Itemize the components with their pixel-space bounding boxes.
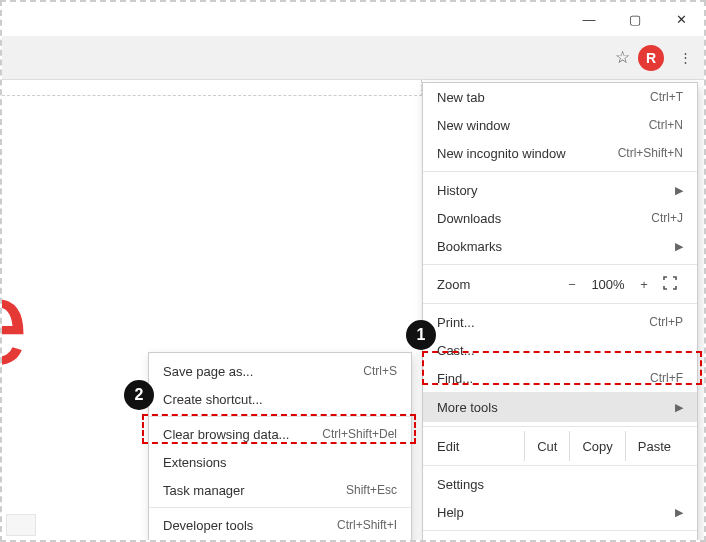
menu-label: More tools	[437, 400, 667, 415]
menu-shortcut: Ctrl+Shift+Del	[322, 427, 397, 441]
submenu-arrow-icon: ▶	[675, 184, 683, 197]
menu-item-zoom: Zoom − 100% +	[423, 269, 697, 299]
menu-label: Clear browsing data...	[163, 427, 322, 442]
menu-item-settings[interactable]: Settings	[423, 470, 697, 498]
menu-label: New incognito window	[437, 146, 618, 161]
tabstrip-edge	[2, 80, 422, 96]
edit-copy-button[interactable]: Copy	[569, 431, 624, 461]
menu-label: Save page as...	[163, 364, 363, 379]
menu-item-cast[interactable]: Cast...	[423, 336, 697, 364]
submenu-item-task-manager[interactable]: Task manager Shift+Esc	[149, 476, 411, 504]
fullscreen-icon[interactable]	[657, 276, 683, 293]
menu-item-bookmarks[interactable]: Bookmarks ▶	[423, 232, 697, 260]
menu-shortcut: Shift+Esc	[346, 483, 397, 497]
menu-label: Zoom	[437, 277, 559, 292]
submenu-item-clear-browsing-data[interactable]: Clear browsing data... Ctrl+Shift+Del	[149, 420, 411, 448]
annotation-badge-1: 1	[406, 320, 436, 350]
menu-label: Find...	[437, 371, 650, 386]
menu-shortcut: Ctrl+F	[650, 371, 683, 385]
menu-label: Print...	[437, 315, 649, 330]
menu-item-new-tab[interactable]: New tab Ctrl+T	[423, 83, 697, 111]
annotation-badge-2: 2	[124, 380, 154, 410]
edit-cut-button[interactable]: Cut	[524, 431, 569, 461]
menu-item-print[interactable]: Print... Ctrl+P	[423, 308, 697, 336]
edit-paste-button[interactable]: Paste	[625, 431, 683, 461]
menu-label: Cast...	[437, 343, 683, 358]
zoom-out-button[interactable]: −	[559, 277, 585, 292]
zoom-in-button[interactable]: +	[631, 277, 657, 292]
menu-item-exit[interactable]: Exit	[423, 535, 697, 542]
more-tools-submenu: Save page as... Ctrl+S Create shortcut..…	[148, 352, 412, 542]
menu-shortcut: Ctrl+S	[363, 364, 397, 378]
submenu-item-extensions[interactable]: Extensions	[149, 448, 411, 476]
menu-label: Bookmarks	[437, 239, 667, 254]
menu-item-find[interactable]: Find... Ctrl+F	[423, 364, 697, 392]
menu-shortcut: Ctrl+J	[651, 211, 683, 225]
minimize-button[interactable]: —	[566, 2, 612, 36]
menu-item-incognito[interactable]: New incognito window Ctrl+Shift+N	[423, 139, 697, 167]
menu-shortcut: Ctrl+Shift+N	[618, 146, 683, 160]
menu-item-downloads[interactable]: Downloads Ctrl+J	[423, 204, 697, 232]
menu-item-new-window[interactable]: New window Ctrl+N	[423, 111, 697, 139]
menu-label: New window	[437, 118, 649, 133]
bottom-stub	[6, 514, 36, 536]
maximize-button[interactable]: ▢	[612, 2, 658, 36]
menu-item-more-tools[interactable]: More tools ▶	[423, 392, 697, 422]
menu-shortcut: Ctrl+P	[649, 315, 683, 329]
menu-label: Edit	[437, 439, 524, 454]
window-titlebar: — ▢ ✕	[2, 2, 704, 36]
menu-label: Help	[437, 505, 667, 520]
menu-label: Extensions	[163, 455, 397, 470]
menu-item-help[interactable]: Help ▶	[423, 498, 697, 526]
menu-label: History	[437, 183, 667, 198]
menu-label: Task manager	[163, 483, 346, 498]
profile-avatar[interactable]: R	[638, 45, 664, 71]
chrome-main-menu: New tab Ctrl+T New window Ctrl+N New inc…	[422, 82, 698, 542]
submenu-arrow-icon: ▶	[675, 506, 683, 519]
menu-item-edit-row: Edit Cut Copy Paste	[423, 431, 697, 461]
close-button[interactable]: ✕	[658, 2, 704, 36]
submenu-arrow-icon: ▶	[675, 240, 683, 253]
menu-item-history[interactable]: History ▶	[423, 176, 697, 204]
menu-shortcut: Ctrl+T	[650, 90, 683, 104]
bookmark-star-icon[interactable]: ☆	[615, 47, 630, 68]
menu-kebab-icon[interactable]: ⋮	[672, 45, 698, 71]
submenu-item-save-page[interactable]: Save page as... Ctrl+S	[149, 357, 411, 385]
menu-label: Developer tools	[163, 518, 337, 533]
submenu-item-developer-tools[interactable]: Developer tools Ctrl+Shift+I	[149, 511, 411, 539]
menu-shortcut: Ctrl+Shift+I	[337, 518, 397, 532]
menu-shortcut: Ctrl+N	[649, 118, 683, 132]
menu-label: Settings	[437, 477, 683, 492]
menu-label: Create shortcut...	[163, 392, 397, 407]
browser-toolbar: ☆ R ⋮	[2, 36, 704, 80]
zoom-value: 100%	[585, 277, 631, 292]
background-logo-glyph: e	[0, 292, 29, 352]
browser-window: — ▢ ✕ ☆ R ⋮ e New tab Ctrl+T New window …	[0, 0, 706, 542]
menu-label: Downloads	[437, 211, 651, 226]
menu-label: New tab	[437, 90, 650, 105]
submenu-arrow-icon: ▶	[675, 401, 683, 414]
submenu-item-create-shortcut[interactable]: Create shortcut...	[149, 385, 411, 413]
